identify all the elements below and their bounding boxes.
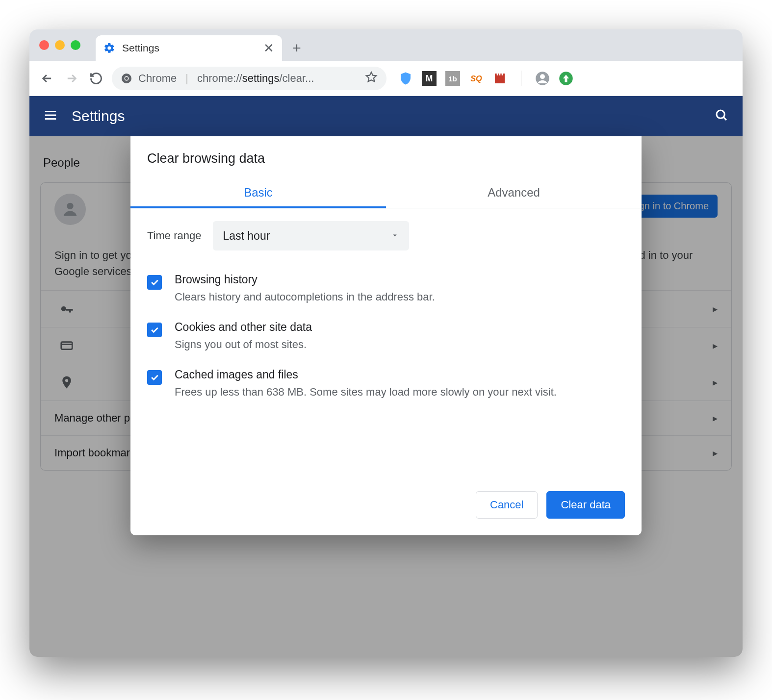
ext-castle-icon[interactable] — [492, 71, 507, 86]
ext-sq-icon[interactable]: SQ — [469, 71, 484, 86]
clear-browsing-data-dialog: Clear browsing data Basic Advanced Time … — [130, 136, 642, 535]
svg-point-11 — [717, 110, 724, 118]
checkbox-browsing-history[interactable]: Browsing history Clears history and auto… — [147, 265, 625, 313]
window-maximize-button[interactable] — [71, 40, 80, 50]
hamburger-menu-button[interactable] — [43, 108, 58, 125]
toolbar-separator — [521, 71, 521, 86]
dialog-actions: Cancel Clear data — [130, 472, 642, 523]
dialog-tabs: Basic Advanced — [130, 179, 642, 208]
check-desc: Signs you out of most sites. — [175, 337, 312, 352]
chevron-down-icon — [390, 229, 399, 243]
clear-data-button[interactable]: Clear data — [546, 491, 625, 519]
window-controls — [39, 40, 80, 50]
browser-tab[interactable]: Settings ✕ — [96, 35, 282, 61]
svg-text:M: M — [426, 74, 433, 83]
shield-icon[interactable] — [398, 71, 413, 86]
plus-icon: + — [292, 40, 301, 56]
check-title: Cached images and files — [175, 368, 557, 381]
new-tab-button[interactable]: + — [287, 38, 307, 58]
check-desc: Clears history and autocompletions in th… — [175, 289, 435, 305]
window-minimize-button[interactable] — [55, 40, 65, 50]
gear-icon — [103, 42, 115, 54]
app-title: Settings — [72, 108, 125, 125]
checkbox-cookies[interactable]: Cookies and other site data Signs you ou… — [147, 313, 625, 360]
check-title: Browsing history — [175, 273, 435, 286]
update-icon[interactable] — [559, 71, 573, 86]
time-range-label: Time range — [147, 229, 201, 242]
checkbox-icon[interactable] — [147, 370, 162, 385]
url-divider: | — [185, 72, 188, 85]
svg-text:SQ: SQ — [470, 74, 482, 83]
tab-advanced[interactable]: Advanced — [386, 179, 642, 208]
chrome-icon — [121, 73, 132, 84]
back-button[interactable] — [38, 70, 56, 87]
check-desc: Frees up less than 638 MB. Some sites ma… — [175, 384, 557, 400]
tab-close-button[interactable]: ✕ — [263, 42, 274, 54]
url-text: chrome://settings/clear... — [197, 72, 314, 85]
dialog-title: Clear browsing data — [130, 136, 642, 179]
cancel-button[interactable]: Cancel — [476, 491, 538, 519]
time-range-row: Time range Last hour — [147, 221, 625, 250]
dialog-body: Time range Last hour Browsing history — [130, 208, 642, 413]
page-content: People Sign in to Chrome Sign in to get … — [29, 136, 743, 657]
tab-title: Settings — [122, 42, 257, 54]
app-header: Settings — [29, 96, 743, 136]
checkbox-cache[interactable]: Cached images and files Frees up less th… — [147, 360, 625, 408]
svg-point-2 — [125, 77, 128, 80]
search-button[interactable] — [714, 108, 729, 125]
toolbar: Chrome | chrome://settings/clear... M 1b… — [29, 61, 743, 96]
bookmark-star-icon[interactable] — [365, 71, 378, 86]
time-range-value: Last hour — [223, 229, 270, 243]
extension-icons: M 1b SQ — [398, 71, 573, 86]
window-close-button[interactable] — [39, 40, 49, 50]
svg-text:1b: 1b — [448, 75, 457, 83]
time-range-select[interactable]: Last hour — [213, 221, 409, 250]
checkbox-icon[interactable] — [147, 275, 162, 290]
address-bar[interactable]: Chrome | chrome://settings/clear... — [112, 67, 386, 90]
ext-1b-icon[interactable]: 1b — [445, 71, 460, 86]
checkbox-icon[interactable] — [147, 323, 162, 337]
titlebar: Settings ✕ + — [29, 29, 743, 61]
reload-button[interactable] — [87, 70, 105, 87]
profile-avatar-icon[interactable] — [535, 71, 550, 86]
browser-window: Settings ✕ + Chrome | chrome://settings/… — [29, 29, 743, 657]
forward-button[interactable] — [63, 70, 80, 87]
svg-point-9 — [540, 74, 545, 79]
ext-m-icon[interactable]: M — [422, 71, 437, 86]
check-title: Cookies and other site data — [175, 321, 312, 334]
url-scheme: Chrome — [138, 72, 177, 85]
tab-basic[interactable]: Basic — [130, 179, 386, 208]
